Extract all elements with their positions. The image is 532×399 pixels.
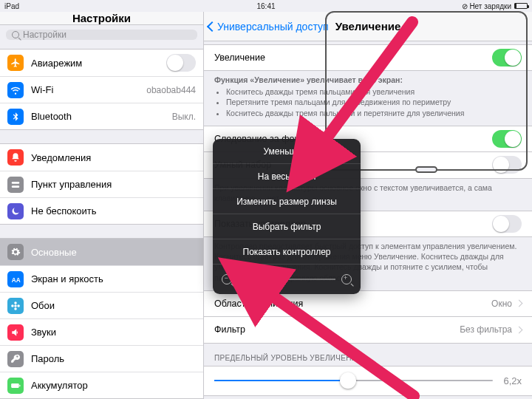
svg-point-7: [17, 304, 20, 307]
popover-item[interactable]: Показать контроллер: [213, 239, 361, 265]
sidebar-item-gear[interactable]: Основные: [0, 239, 203, 265]
svg-rect-0: [12, 181, 20, 183]
bluetooth-icon: [7, 109, 24, 125]
battery-icon: [7, 378, 24, 394]
sidebar-title: Настройки: [72, 12, 131, 24]
sidebar-item-speaker[interactable]: Звуки: [0, 318, 203, 345]
popover-item[interactable]: На весь экран: [213, 164, 361, 189]
gear-icon: [7, 244, 24, 260]
svg-point-6: [11, 304, 13, 307]
search-input[interactable]: Настройки: [6, 30, 197, 40]
svg-rect-9: [19, 384, 20, 386]
sidebar-item-key[interactable]: Пароль: [0, 345, 203, 372]
svg-point-3: [14, 304, 17, 307]
toggles-icon: [7, 177, 24, 193]
sidebar-item-toggles[interactable]: Пункт управления: [0, 171, 203, 197]
airplane-icon: [7, 55, 24, 71]
charge-label: ⊘ Нет зарядки: [462, 2, 511, 10]
device-label: iPad: [4, 2, 19, 10]
wifi-icon: [7, 82, 24, 98]
chevron-right-icon: [516, 300, 523, 307]
sidebar-item-battery[interactable]: Аккумулятор: [0, 372, 203, 398]
filter-row[interactable]: Фильтр Без фильтра: [204, 317, 532, 344]
sidebar-item-aa[interactable]: AAЭкран и яркость: [0, 265, 203, 292]
clock: 16:41: [256, 2, 275, 10]
svg-rect-1: [12, 185, 20, 188]
sidebar-header: Настройки: [0, 12, 203, 25]
svg-text:AA: AA: [12, 276, 21, 283]
back-button[interactable]: Универсальный доступ: [208, 21, 329, 33]
battery-icon: [514, 3, 528, 9]
moon-icon: [7, 203, 24, 219]
sidebar-item-bell[interactable]: Уведомления: [0, 144, 203, 171]
popover-item[interactable]: Выбрать фильтр: [213, 214, 361, 239]
show-controller-switch[interactable]: [492, 215, 522, 233]
max-level-slider[interactable]: [214, 380, 493, 381]
aa-icon: AA: [7, 271, 24, 287]
chevron-right-icon: [516, 326, 523, 333]
search-icon: [12, 31, 19, 38]
sidebar-item-bluetooth[interactable]: BluetoothВыкл.: [0, 103, 203, 129]
popover-item[interactable]: Изменить размер линзы: [213, 189, 361, 214]
sidebar-item-flower[interactable]: Обои: [0, 292, 203, 318]
max-level-value: 6,2x: [503, 375, 522, 386]
max-level-slider-row[interactable]: 6,2x: [204, 366, 532, 396]
zoom-popover: УменьшитьНа весь экранИзменить размер ли…: [213, 139, 361, 294]
zoom-out-icon[interactable]: [222, 274, 232, 284]
popover-item[interactable]: Уменьшить: [213, 139, 361, 164]
zoom-lens-handle[interactable]: [415, 166, 437, 173]
sidebar-item-airplane[interactable]: Авиарежим: [0, 50, 203, 76]
sidebar-item-moon[interactable]: Не беспокоить: [0, 197, 203, 224]
zoom-in-icon[interactable]: [341, 274, 352, 284]
bell-icon: [7, 149, 24, 166]
svg-point-4: [14, 301, 17, 304]
zoom-area-row[interactable]: Область увеличения Окно: [204, 290, 532, 317]
flower-icon: [7, 298, 24, 314]
max-level-header: ПРЕДЕЛЬНЫЙ УРОВЕНЬ УВЕЛИЧЕНИЯ: [204, 344, 532, 366]
settings-sidebar: Настройки Настройки АвиарежимWi-Fiobaoba…: [0, 12, 204, 399]
popover-zoom-slider[interactable]: [213, 265, 361, 294]
airplane-switch[interactable]: [166, 54, 196, 72]
svg-point-5: [14, 307, 17, 310]
key-icon: [7, 351, 24, 367]
speaker-icon: [7, 324, 24, 341]
svg-rect-8: [11, 383, 19, 388]
chevron-left-icon: [207, 21, 217, 31]
sidebar-item-wifi[interactable]: Wi-Fiobaobab444: [0, 76, 203, 103]
